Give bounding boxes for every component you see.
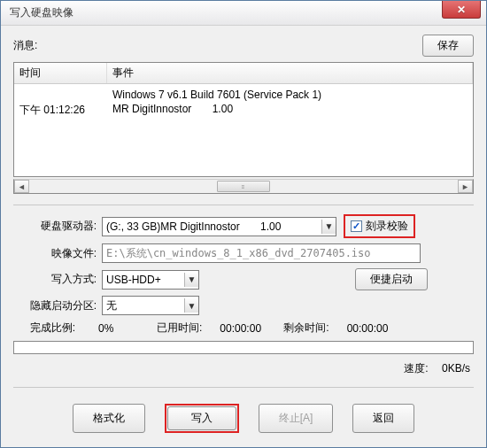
verify-checkbox[interactable]: ✓ bbox=[351, 220, 362, 232]
log-header: 时间 事件 bbox=[14, 63, 473, 84]
log-header-time[interactable]: 时间 bbox=[14, 63, 107, 83]
log-rows: Windows 7 v6.1 Build 7601 (Service Pack … bbox=[14, 84, 473, 122]
chevron-down-icon: ▼ bbox=[184, 273, 198, 287]
chevron-down-icon: ▼ bbox=[321, 220, 336, 234]
separator bbox=[13, 205, 474, 205]
elapsed-label: 已用时间: bbox=[157, 321, 202, 336]
method-value: USB-HDD+ bbox=[106, 274, 184, 286]
progress-bar bbox=[13, 341, 474, 354]
title-bar: 写入硬盘映像 ✕ bbox=[1, 1, 486, 26]
speed-row: 速度: 0KB/s bbox=[13, 358, 474, 376]
drive-value: (G:, 33 GB)MR DigitInnostor 1.00 bbox=[106, 220, 321, 233]
verify-checkbox-group: ✓ 刻录校验 bbox=[344, 214, 415, 238]
format-button[interactable]: 格式化 bbox=[73, 404, 145, 433]
drive-select[interactable]: (G:, 33 GB)MR DigitInnostor 1.00 ▼ bbox=[102, 217, 336, 236]
separator bbox=[13, 387, 474, 388]
message-label: 消息: bbox=[13, 38, 422, 53]
image-label: 映像文件: bbox=[13, 246, 102, 261]
log-row[interactable]: Windows 7 v6.1 Build 7601 (Service Pack … bbox=[14, 88, 473, 102]
progress-info: 完成比例: 0% 已用时间: 00:00:00 剩余时间: 00:00:00 bbox=[13, 321, 474, 336]
elapsed-value: 00:00:00 bbox=[207, 322, 278, 335]
remain-value: 00:00:00 bbox=[335, 322, 389, 335]
close-button[interactable]: ✕ bbox=[442, 1, 481, 19]
log-time bbox=[19, 89, 112, 101]
speed-value: 0KB/s bbox=[442, 362, 470, 375]
hidden-partition-select[interactable]: 无 ▼ bbox=[102, 296, 199, 315]
hidden-label: 隐藏启动分区: bbox=[13, 298, 102, 313]
back-button[interactable]: 返回 bbox=[352, 404, 414, 433]
ratio-label: 完成比例: bbox=[13, 321, 75, 336]
scroll-left-arrow[interactable]: ◄ bbox=[14, 180, 29, 193]
log-event: Windows 7 v6.1 Build 7601 (Service Pack … bbox=[112, 89, 468, 101]
abort-button[interactable]: 终止[A] bbox=[259, 404, 334, 433]
verify-label: 刻录校验 bbox=[366, 219, 408, 234]
write-button-highlight: 写入 bbox=[165, 404, 239, 433]
log-event: MR DigitInnostor 1.00 bbox=[112, 103, 468, 118]
quick-boot-button[interactable]: 便捷启动 bbox=[355, 268, 428, 290]
dialog-window: 写入硬盘映像 ✕ 消息: 保存 时间 事件 Windows 7 v6.1 Bui… bbox=[0, 0, 487, 448]
horizontal-scrollbar[interactable]: ◄ ≡ ► bbox=[13, 179, 474, 194]
write-button[interactable]: 写入 bbox=[167, 406, 236, 430]
scroll-right-arrow[interactable]: ► bbox=[458, 180, 473, 193]
window-title: 写入硬盘映像 bbox=[10, 5, 73, 20]
method-label: 写入方式: bbox=[13, 272, 102, 287]
log-list: 时间 事件 Windows 7 v6.1 Build 7601 (Service… bbox=[13, 62, 474, 177]
button-row: 格式化 写入 终止[A] 返回 bbox=[13, 404, 474, 433]
log-time: 下午 01:12:26 bbox=[19, 103, 112, 118]
ratio-value: 0% bbox=[81, 322, 151, 335]
save-button[interactable]: 保存 bbox=[422, 35, 474, 57]
log-header-event[interactable]: 事件 bbox=[107, 63, 473, 83]
drive-label: 硬盘驱动器: bbox=[13, 219, 102, 234]
write-method-select[interactable]: USB-HDD+ ▼ bbox=[102, 270, 199, 290]
log-row[interactable]: 下午 01:12:26 MR DigitInnostor 1.00 bbox=[14, 102, 473, 119]
chevron-down-icon: ▼ bbox=[184, 298, 198, 313]
speed-label: 速度: bbox=[404, 362, 428, 375]
image-path-input[interactable] bbox=[102, 243, 421, 263]
scroll-thumb[interactable]: ≡ bbox=[217, 181, 270, 192]
scroll-track[interactable]: ≡ bbox=[29, 181, 458, 192]
remain-label: 剩余时间: bbox=[283, 321, 329, 336]
hidden-value: 无 bbox=[106, 298, 184, 313]
content-area: 消息: 保存 时间 事件 Windows 7 v6.1 Build 7601 (… bbox=[1, 26, 486, 444]
